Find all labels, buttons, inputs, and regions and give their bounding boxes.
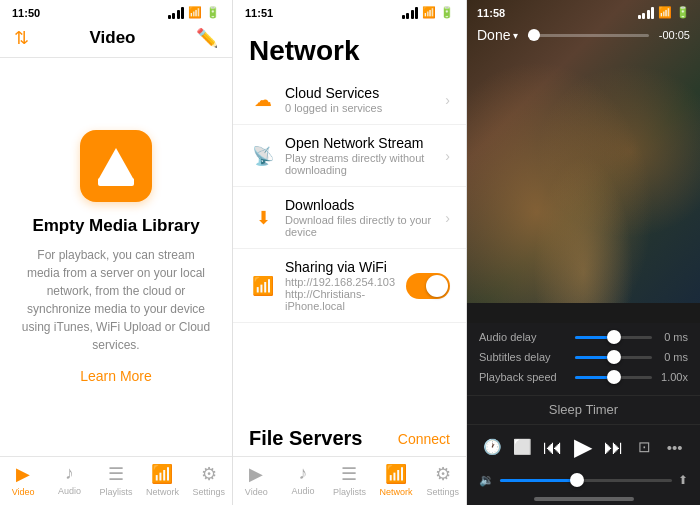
tab-video-p2[interactable]: ▶ Video: [233, 463, 280, 497]
volume-fill: [500, 479, 577, 482]
subtitles-icon[interactable]: ⊡: [630, 438, 658, 456]
empty-title: Empty Media Library: [32, 216, 199, 236]
volume-track[interactable]: [500, 479, 672, 482]
audio-tab-label-p2: Audio: [291, 486, 314, 496]
done-label: Done: [477, 27, 510, 43]
playback-speed-label: Playback speed: [479, 371, 567, 383]
settings-tab-label-p2: Settings: [426, 487, 459, 497]
video-controls-top: Done ▾ -00:05: [467, 23, 700, 49]
connect-button[interactable]: Connect: [398, 431, 450, 447]
skip-forward-button[interactable]: ⏭: [600, 436, 628, 459]
audio-delay-row: Audio delay 0 ms: [479, 331, 688, 343]
video-progress[interactable]: [528, 34, 648, 37]
network-title: Network: [233, 23, 466, 75]
playback-controls-bar: 🕐 ⬜ ⏮ ▶ ⏭ ⊡ •••: [467, 424, 700, 469]
video-tab-label-p2: Video: [245, 487, 268, 497]
wifi-share-name: Sharing via WiFi: [285, 259, 398, 275]
playback-speed-track[interactable]: [575, 376, 652, 379]
downloads-item[interactable]: ⬇ Downloads Download files directly to y…: [233, 187, 466, 249]
empty-desc: For playback, you can stream media from …: [20, 246, 212, 354]
audio-tab-icon-p2: ♪: [298, 463, 307, 484]
downloads-arrow: ›: [445, 210, 450, 226]
video-tab-icon-p2: ▶: [249, 463, 263, 485]
signal-icon-p2: [402, 7, 419, 19]
audio-delay-thumb: [607, 330, 621, 344]
battery-icon-p3: 🔋: [676, 6, 690, 19]
time-remaining: -00:05: [659, 29, 690, 41]
status-icons-p3: 📶 🔋: [638, 6, 691, 19]
sharing-wifi-item[interactable]: 📶 Sharing via WiFi http://192.168.254.10…: [233, 249, 466, 323]
wifi-icon-p2: 📶: [422, 6, 436, 19]
more-icon[interactable]: •••: [661, 439, 689, 456]
network-tab-icon-p2: 📶: [385, 463, 407, 485]
panel-video: 11:50 📶 🔋 ⇅ Video ✏️ Empty Media Library…: [0, 0, 233, 505]
network-tab-label: Network: [146, 487, 179, 497]
audio-tab-icon: ♪: [65, 463, 74, 484]
audio-delay-track[interactable]: [575, 336, 652, 339]
battery-icon-p1: 🔋: [206, 6, 220, 19]
network-stream-icon: 📡: [249, 145, 277, 167]
screen-icon[interactable]: ⬜: [509, 438, 537, 456]
progress-thumb: [528, 29, 540, 41]
skip-back-button[interactable]: ⏮: [539, 436, 567, 459]
tab-network-p2[interactable]: 📶 Network: [373, 463, 420, 497]
controls-panel: Audio delay 0 ms Subtitles delay 0 ms Pl…: [467, 323, 700, 505]
tab-network-p1[interactable]: 📶 Network: [139, 463, 185, 497]
vlc-logo: [80, 130, 152, 202]
downloads-name: Downloads: [285, 197, 437, 213]
learn-more-link[interactable]: Learn More: [80, 368, 152, 384]
cloud-services-item[interactable]: ☁ Cloud Services 0 logged in services ›: [233, 75, 466, 125]
playback-speed-row: Playback speed 1.00x: [479, 371, 688, 383]
settings-tab-icon: ⚙: [201, 463, 217, 485]
open-network-stream-item[interactable]: 📡 Open Network Stream Play streams direc…: [233, 125, 466, 187]
cloud-services-name: Cloud Services: [285, 85, 437, 101]
network-tab-icon: 📶: [151, 463, 173, 485]
signal-icon-p1: [168, 7, 185, 19]
volume-icon: 🔉: [479, 473, 494, 487]
battery-icon-p2: 🔋: [440, 6, 454, 19]
tab-playlists-p2[interactable]: ☰ Playlists: [326, 463, 373, 497]
panel-network: 11:51 📶 🔋 Network ☁ Cloud Services 0 log…: [233, 0, 467, 505]
network-stream-text: Open Network Stream Play streams directl…: [277, 135, 445, 176]
subtitles-delay-thumb: [607, 350, 621, 364]
tab-audio-p1[interactable]: ♪ Audio: [46, 463, 92, 497]
tab-audio-p2[interactable]: ♪ Audio: [280, 463, 327, 497]
network-stream-arrow: ›: [445, 148, 450, 164]
time-p3: 11:58: [477, 7, 505, 19]
tab-settings-p1[interactable]: ⚙ Settings: [186, 463, 232, 497]
sleep-timer-row: Sleep Timer: [467, 396, 700, 424]
wifi-icon-p3: 📶: [658, 6, 672, 19]
tab-playlists-p1[interactable]: ☰ Playlists: [93, 463, 139, 497]
status-icons-p2: 📶 🔋: [402, 6, 455, 19]
playback-speed-value: 1.00x: [660, 371, 688, 383]
network-stream-name: Open Network Stream: [285, 135, 437, 151]
tab-settings-p2[interactable]: ⚙ Settings: [419, 463, 466, 497]
file-servers-title: File Servers: [249, 427, 362, 450]
wifi-icon-p1: 📶: [188, 6, 202, 19]
playback-speed-thumb: [607, 370, 621, 384]
cloud-services-arrow: ›: [445, 92, 450, 108]
subtitles-delay-value: 0 ms: [660, 351, 688, 363]
audio-delay-value: 0 ms: [660, 331, 688, 343]
video-tab-icon: ▶: [16, 463, 30, 485]
signal-icon-p3: [638, 7, 655, 19]
subtitles-delay-row: Subtitles delay 0 ms: [479, 351, 688, 363]
clock-icon[interactable]: 🕐: [478, 438, 506, 456]
wifi-share-text: Sharing via WiFi http://192.168.254.103h…: [277, 259, 406, 312]
wifi-share-sub: http://192.168.254.103http://Christians-…: [285, 276, 398, 312]
toggle-thumb: [426, 275, 448, 297]
slider-section: Audio delay 0 ms Subtitles delay 0 ms Pl…: [467, 323, 700, 396]
sort-icon[interactable]: ⇅: [14, 27, 29, 49]
edit-icon[interactable]: ✏️: [196, 27, 218, 49]
downloads-text: Downloads Download files directly to you…: [277, 197, 445, 238]
play-button[interactable]: ▶: [569, 433, 597, 461]
tab-video-p1[interactable]: ▶ Video: [0, 463, 46, 497]
airplay-icon[interactable]: ⬆: [678, 473, 688, 487]
status-icons-p1: 📶 🔋: [168, 6, 221, 19]
wifi-share-toggle[interactable]: [406, 273, 450, 299]
subtitles-delay-track[interactable]: [575, 356, 652, 359]
progress-track: [528, 34, 648, 37]
done-button[interactable]: Done ▾: [477, 27, 518, 43]
chevron-down-icon: ▾: [513, 30, 518, 41]
file-servers-row: File Servers Connect: [249, 427, 450, 450]
